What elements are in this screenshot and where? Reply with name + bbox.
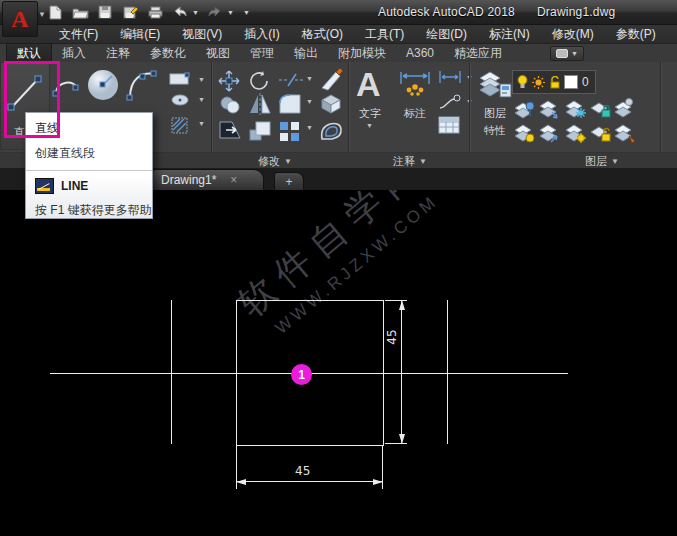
ellipse-dropdown-icon[interactable]: ▼ bbox=[198, 96, 205, 103]
ellipse-icon bbox=[170, 94, 192, 107]
hatch-tool-button[interactable] bbox=[170, 116, 190, 136]
menu-file[interactable]: 文件(F) bbox=[48, 25, 109, 44]
line-command-icon bbox=[35, 178, 54, 194]
ribbon-display-toggle-button[interactable]: ▼ bbox=[550, 46, 584, 61]
ribbon-tab-view[interactable]: 视图 bbox=[196, 44, 240, 62]
layer-tool-button[interactable] bbox=[539, 124, 561, 144]
dimension-tool-label: 标注 bbox=[398, 106, 432, 121]
layer-unlock-tool-icon bbox=[590, 124, 612, 144]
rotate-tool-button[interactable] bbox=[248, 70, 270, 92]
erase-brush-icon bbox=[318, 66, 344, 92]
ribbon-tab-output[interactable]: 输出 bbox=[284, 44, 328, 62]
new-file-button[interactable] bbox=[46, 3, 64, 21]
mirror-tool-button[interactable] bbox=[249, 93, 271, 115]
ribbon-tab-parametric[interactable]: 参数化 bbox=[140, 44, 196, 62]
move-tool-button[interactable] bbox=[218, 70, 240, 92]
quick-access-toolbar: ▼ ▼ ▼ bbox=[46, 2, 250, 22]
menu-insert[interactable]: 插入(I) bbox=[233, 25, 290, 44]
open-file-button[interactable] bbox=[71, 3, 89, 21]
tooltip-divider bbox=[26, 170, 152, 171]
leader-tool-button[interactable] bbox=[438, 94, 462, 110]
table-tool-button[interactable] bbox=[438, 116, 460, 134]
current-layer-name: 0 bbox=[582, 75, 589, 89]
offset-tool-button[interactable] bbox=[318, 119, 344, 143]
plot-button[interactable] bbox=[146, 3, 164, 21]
plus-icon: + bbox=[285, 175, 292, 189]
layer-tool-button[interactable] bbox=[565, 100, 587, 120]
explode-box-icon bbox=[318, 92, 344, 114]
ribbon-tab-addins[interactable]: 附加模块 bbox=[328, 44, 396, 62]
save-as-button[interactable] bbox=[121, 3, 139, 21]
save-button[interactable] bbox=[96, 3, 114, 21]
arc-tool-button[interactable] bbox=[126, 68, 158, 102]
ribbon-tab-manage[interactable]: 管理 bbox=[240, 44, 284, 62]
file-tab-drawing1[interactable]: Drawing1* × bbox=[152, 169, 264, 190]
text-tool-button[interactable]: A bbox=[356, 66, 381, 102]
circle-icon bbox=[86, 68, 120, 102]
close-tab-icon[interactable]: × bbox=[230, 173, 237, 187]
erase-tool-button[interactable] bbox=[318, 66, 344, 92]
layer-tool-button[interactable] bbox=[590, 124, 612, 144]
menu-edit[interactable]: 编辑(E) bbox=[109, 25, 171, 44]
leader-icon bbox=[438, 94, 462, 110]
qat-customize-icon[interactable]: ▼ bbox=[243, 9, 250, 16]
save-as-icon bbox=[123, 5, 138, 19]
vertical-dimension-line bbox=[401, 300, 402, 444]
step-marker-badge: 1 bbox=[291, 364, 312, 385]
circle-tool-button[interactable] bbox=[86, 68, 120, 102]
redo-dropdown-icon[interactable]: ▼ bbox=[227, 9, 234, 16]
tooltip-help-text: 按 F1 键获得更多帮助 bbox=[35, 202, 143, 219]
fillet-tool-button[interactable] bbox=[278, 93, 302, 115]
layer-tool-button[interactable] bbox=[614, 124, 638, 144]
menu-draw[interactable]: 绘图(D) bbox=[415, 25, 478, 44]
ribbon-tab-annotate[interactable]: 注释 bbox=[96, 44, 140, 62]
menu-dimension[interactable]: 标注(N) bbox=[478, 25, 541, 44]
ribbon-tab-a360[interactable]: A360 bbox=[396, 44, 444, 62]
layer-properties-button[interactable] bbox=[478, 68, 512, 100]
menu-format[interactable]: 格式(O) bbox=[291, 25, 354, 44]
ribbon-tab-featured-apps[interactable]: 精选应用 bbox=[444, 44, 512, 62]
linear-dimension-button[interactable] bbox=[438, 70, 462, 84]
layer-isolate-icon bbox=[614, 98, 636, 120]
menu-modify[interactable]: 修改(M) bbox=[541, 25, 605, 44]
layer-tool-button[interactable] bbox=[514, 124, 536, 144]
layer-tool-button[interactable] bbox=[590, 100, 612, 120]
ribbon-tab-home[interactable]: 默认 bbox=[6, 43, 52, 62]
ribbon-tab-insert[interactable]: 插入 bbox=[52, 44, 96, 62]
layer-tool-button[interactable] bbox=[614, 98, 636, 120]
highlight-annotation-box bbox=[4, 61, 60, 138]
trim-tool-button[interactable] bbox=[278, 72, 304, 88]
stretch-tool-button[interactable] bbox=[218, 120, 242, 140]
text-dropdown-icon[interactable]: ▼ bbox=[366, 122, 373, 129]
rectangle-tool-button[interactable] bbox=[168, 72, 192, 86]
annotate-panel-label[interactable]: 注释▼ bbox=[393, 154, 427, 169]
layer-tool-button[interactable] bbox=[565, 124, 587, 144]
array-tool-button[interactable] bbox=[278, 120, 302, 142]
linear-dimension-icon bbox=[438, 70, 462, 84]
hatch-dropdown-icon[interactable]: ▼ bbox=[198, 120, 205, 127]
chevron-down-icon: ▼ bbox=[571, 50, 578, 57]
ellipse-tool-button[interactable] bbox=[170, 94, 192, 107]
undo-dropdown-icon[interactable]: ▼ bbox=[192, 9, 199, 16]
menu-view[interactable]: 视图(V) bbox=[171, 25, 233, 44]
modify-panel-label[interactable]: 修改▼ bbox=[258, 154, 292, 169]
dimension-tool-button[interactable] bbox=[398, 68, 432, 102]
trim-dropdown-icon[interactable]: ▼ bbox=[306, 75, 313, 82]
drawing-canvas[interactable]: 软件自学网 WWW.RJZXW.COM 45 45 1 bbox=[0, 190, 677, 536]
layer-selector-dropdown[interactable]: 0 bbox=[512, 70, 596, 94]
menu-tools[interactable]: 工具(T) bbox=[354, 25, 415, 44]
explode-tool-button[interactable] bbox=[318, 92, 344, 114]
array-dropdown-icon[interactable]: ▼ bbox=[306, 124, 313, 131]
layers-panel-label[interactable]: 图层▼ bbox=[585, 154, 619, 169]
new-drawing-tab-button[interactable]: + bbox=[274, 172, 304, 191]
fillet-dropdown-icon[interactable]: ▼ bbox=[306, 98, 313, 105]
scale-tool-button[interactable] bbox=[248, 120, 272, 142]
menu-parametric[interactable]: 参数(P) bbox=[605, 25, 667, 44]
copy-tool-button[interactable] bbox=[218, 95, 242, 115]
layer-tool-button[interactable] bbox=[539, 100, 561, 120]
layer-tool-button[interactable] bbox=[514, 100, 536, 120]
rectangle-dropdown-icon[interactable]: ▼ bbox=[198, 76, 205, 83]
undo-button[interactable] bbox=[171, 3, 189, 21]
application-menu-button[interactable]: A bbox=[2, 1, 38, 37]
redo-button[interactable] bbox=[206, 3, 224, 21]
